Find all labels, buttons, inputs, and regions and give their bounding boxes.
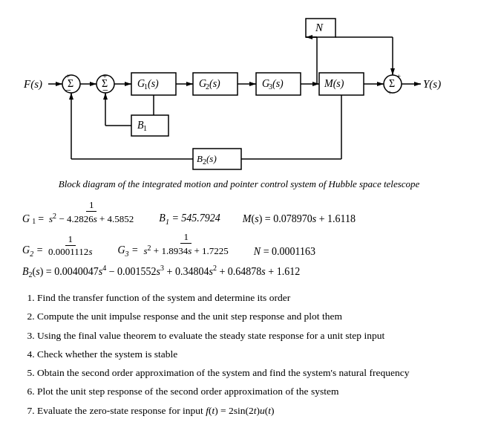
- g3-label: G3 =: [117, 244, 138, 258]
- g1-fraction: 1 s2 − 4.2826s + 4.5852: [46, 199, 137, 225]
- g1-equation: G 1 = 1 s2 − 4.2826s + 4.5852: [22, 199, 137, 225]
- b2-label: B2(s) = 0.0040047s4 − 0.001552s3 + 0.348…: [22, 264, 300, 279]
- n-equation: N = 0.0001163: [254, 246, 315, 258]
- g1-sub: 1: [32, 217, 36, 225]
- svg-text:1: 1: [143, 124, 147, 132]
- svg-text:(s): (s): [206, 153, 217, 164]
- g3-denom: s2 + 1.8934s + 1.7225: [141, 244, 232, 257]
- svg-text:M(s): M(s): [324, 78, 344, 90]
- svg-text:N: N: [315, 22, 324, 33]
- svg-text:+: +: [65, 71, 70, 80]
- ms-label: M(s) = 0.078970s + 1.6118: [243, 213, 356, 225]
- svg-text:+: +: [387, 88, 392, 97]
- g3-numer: 1: [180, 231, 191, 244]
- problem-6: Plot the unit step response of the secon…: [37, 384, 456, 399]
- equations-section: G 1 = 1 s2 − 4.2826s + 4.5852 B1 = 545.7…: [22, 199, 463, 279]
- svg-text:(s): (s): [209, 78, 220, 90]
- svg-text:+: +: [396, 71, 401, 80]
- problem-1: Find the transfer function of the system…: [37, 290, 456, 305]
- block-diagram: F(s) Σ + − Σ + − G 1 (s) G 2 (s): [16, 7, 462, 178]
- svg-text:B: B: [197, 153, 203, 164]
- g1-numer: 1: [86, 199, 97, 212]
- b1-label: B1 = 545.7924: [159, 212, 220, 226]
- problem-2: Compute the unit impulse response and th…: [37, 309, 456, 324]
- b2-equation: B2(s) = 0.0040047s4 − 0.001552s3 + 0.348…: [22, 264, 300, 279]
- g2-numer: 1: [65, 233, 76, 246]
- svg-text:F(s): F(s): [23, 78, 42, 91]
- g1-denom: s2 − 4.2826s + 4.5852: [46, 212, 137, 225]
- problem-7: Evaluate the zero-state response for inp…: [37, 403, 456, 418]
- ms-equation: M(s) = 0.078970s + 1.6118: [243, 213, 356, 225]
- svg-text:+: +: [102, 71, 107, 80]
- problem-4: Check whether the system is stable: [37, 347, 456, 362]
- g2-equation: G2 = 1 0.0001112s: [22, 233, 95, 258]
- svg-text:(s): (s): [272, 78, 284, 90]
- n-label: N = 0.0001163: [254, 246, 315, 258]
- g2-denom: 0.0001112s: [45, 246, 95, 258]
- problem-5: Obtain the second order approximation of…: [37, 366, 456, 380]
- g1-eq-sign: =: [38, 213, 44, 225]
- svg-text:(s): (s): [148, 78, 159, 90]
- svg-text:Y(s): Y(s): [423, 78, 441, 91]
- diagram-caption: Block diagram of the integrated motion a…: [15, 178, 463, 190]
- g2-fraction: 1 0.0001112s: [45, 233, 95, 258]
- g1-label: G: [22, 213, 30, 225]
- problem-list: Find the transfer function of the system…: [22, 290, 456, 418]
- g3-equation: G3 = 1 s2 + 1.8934s + 1.7225: [117, 231, 231, 257]
- svg-text:−: −: [65, 85, 71, 96]
- b1-equation: B1 = 545.7924: [159, 212, 220, 226]
- g2-label: G2 =: [22, 244, 43, 258]
- problem-3: Using the final value theorem to evaluat…: [37, 328, 456, 343]
- g3-fraction: 1 s2 + 1.8934s + 1.7225: [141, 231, 232, 257]
